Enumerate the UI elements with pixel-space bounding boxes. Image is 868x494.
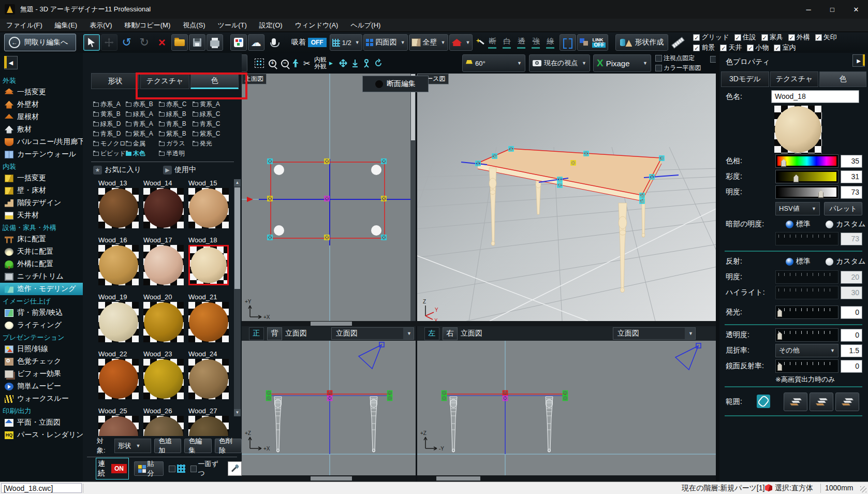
in-use-button[interactable]: ▶使用中 [163, 165, 196, 175]
range-scope-button-2[interactable] [810, 393, 833, 411]
panel-splitter[interactable] [716, 53, 719, 482]
checkbox-grid-paint[interactable] [169, 464, 185, 473]
swatch-wood-17[interactable]: Wood_17 [143, 236, 184, 286]
tab-color[interactable]: 色 [819, 71, 866, 87]
checkbox-fix-gaze-point[interactable]: 注視点固定 [655, 54, 701, 63]
side-elevation-canvas[interactable]: +Z -Y [417, 341, 719, 475]
tab-texture[interactable]: テクスチャ [770, 71, 818, 87]
hue-slider[interactable] [775, 154, 838, 168]
snap-toggle[interactable]: 吸着 OFF [289, 34, 329, 51]
category-glass[interactable]: ガラス [159, 139, 193, 149]
view-layout-dropdown[interactable]: 四面図 ▼ [363, 34, 408, 51]
category-monochrome[interactable]: モノクロ [93, 139, 126, 149]
menu-file[interactable]: ファイル(F) [6, 21, 42, 30]
sidebar-item-stairs-design[interactable]: 階段デザイン [0, 197, 83, 209]
pbd-export-button[interactable] [230, 34, 247, 51]
link-toggle-button[interactable]: LINK OFF [577, 34, 608, 51]
interior-exterior-toggle[interactable]: 内観外観 ▶ [311, 54, 336, 72]
checkbox-foreground[interactable]: ✓前景 [693, 43, 715, 52]
swatch-wood-26[interactable]: Wood_26 [143, 407, 184, 436]
swatch-wood-16[interactable]: Wood_16 [98, 236, 139, 286]
checkbox-color-plan[interactable]: カラー平面図 [655, 64, 701, 72]
brightness-slider[interactable] [775, 185, 838, 199]
refraction-dropdown[interactable]: その他▼ [775, 344, 838, 357]
menu-settings[interactable]: 設定(O) [259, 21, 283, 30]
swatch-wood-13[interactable]: Wood_13 [98, 179, 139, 229]
scrollbar-thumb[interactable] [234, 187, 240, 289]
elevation-type-dropdown[interactable]: 立面図 ▼ [331, 327, 414, 340]
sidebar-item-lighting[interactable]: ライティング [0, 319, 83, 331]
save-button[interactable] [189, 34, 205, 51]
sat-slider-thumb[interactable] [793, 175, 799, 182]
reflect-custom-radio[interactable]: カスタム [826, 257, 865, 266]
swatch-wood-19[interactable]: Wood_19 [98, 293, 139, 343]
open-file-button[interactable] [171, 34, 188, 51]
toggle-line[interactable]: 線 [544, 35, 556, 50]
close-button[interactable]: ✕ [844, 0, 868, 19]
swatch-wood-15[interactable]: Wood_15 [188, 179, 229, 229]
back-button[interactable]: 背 [267, 327, 282, 340]
sidebar-item-batch-change-int[interactable]: 一括変更 [0, 172, 83, 184]
back-to-floorplan-button[interactable]: ← 間取り編集へ [4, 34, 76, 51]
checkbox-grid[interactable]: ✓グリッド [693, 33, 729, 42]
dark-custom-radio[interactable]: カスタム [826, 220, 865, 229]
scroll-down-icon[interactable]: ▼ [234, 409, 241, 416]
swatch-wood-25[interactable]: Wood_25 [98, 407, 139, 436]
undo-button[interactable]: ↺ [119, 34, 135, 51]
h-scrollbar-thumb[interactable] [311, 322, 352, 326]
hue-slider-thumb[interactable] [781, 159, 786, 167]
saturation-slider[interactable] [775, 170, 838, 183]
hsv-mode-dropdown[interactable]: HSV値▼ [775, 202, 820, 215]
swatch-wood-18-selected[interactable]: Wood_18 [188, 236, 229, 286]
sidebar-item-niche-trim[interactable]: ニッチ/トリム [0, 270, 83, 283]
menu-viewpoint[interactable]: 視点(S) [183, 21, 205, 30]
select-tool-button[interactable] [83, 34, 100, 51]
tab-3d-model[interactable]: 3Dモデル [721, 71, 769, 87]
viewport-splitter-horizontal[interactable] [242, 321, 719, 326]
palette-button[interactable]: パレット [824, 202, 862, 215]
voice-button[interactable] [266, 34, 282, 51]
sidebar-item-modeling[interactable]: 造作・モデリング [0, 283, 83, 295]
category-red-c[interactable]: 赤系_C [159, 99, 193, 109]
eyedropper-button[interactable] [228, 461, 242, 476]
category-wood-selected[interactable]: 木色 [126, 149, 159, 158]
view-angle-dropdown[interactable]: 60° ▼ [462, 54, 525, 72]
print-button[interactable] [207, 34, 223, 51]
brightness-value[interactable]: 73 [841, 186, 862, 199]
swatch-wood-24[interactable]: Wood_24 [188, 350, 229, 400]
toggle-section-line[interactable]: 断 [486, 35, 498, 50]
sidebar-item-batch-change-ext[interactable]: 一括変更 [0, 86, 83, 98]
elevation-type-dropdown[interactable]: 立面図 ▼ [613, 327, 696, 340]
add-color-button[interactable]: 色追加 [154, 439, 181, 453]
sidebar-item-curtain-wall[interactable]: カーテンウォール [0, 148, 83, 161]
section-edit-button[interactable]: 断面編集 [362, 76, 429, 92]
sidebar-item-wall-floor[interactable]: 壁・床材 [0, 184, 83, 197]
checkbox-arrows[interactable]: ✓矢印 [815, 33, 837, 42]
sidebar-collapse-button[interactable]: ◀ [4, 56, 18, 69]
range-scope-button-3[interactable] [835, 393, 859, 411]
rotate-view-button[interactable] [371, 54, 386, 72]
category-red-a[interactable]: 赤系_A [93, 99, 126, 109]
continuous-toggle[interactable]: 連続 ON [96, 458, 129, 480]
checkbox-one-face[interactable]: 一面ずつ [190, 459, 223, 478]
swatch-wood-27[interactable]: Wood_27 [188, 407, 229, 436]
hue-value[interactable]: 35 [841, 155, 862, 168]
scroll-up-icon[interactable]: ▲ [234, 179, 241, 186]
sidebar-item-place-on-floor[interactable]: 床に配置 [0, 233, 83, 245]
category-blue-c[interactable]: 青系_C [193, 119, 235, 129]
sidebar-item-balcony[interactable]: バルコニー/共用廊下 [0, 136, 83, 148]
category-metal[interactable]: 金属 [126, 139, 159, 149]
grid-scale-dropdown[interactable]: 1/2 ▼ [330, 34, 362, 51]
edit-color-button[interactable]: 色編集 [184, 439, 211, 453]
resize-grip[interactable] [860, 486, 866, 492]
selection-frame-button[interactable] [560, 34, 576, 51]
swatch-scrollbar[interactable]: ▲ ▼ [234, 179, 241, 416]
category-red-b[interactable]: 赤系_B [126, 99, 159, 109]
transparency-value[interactable]: 0 [841, 329, 862, 342]
link-range-button[interactable] [757, 395, 770, 408]
top-view-canvas[interactable]: +Y +X [242, 74, 410, 321]
multi-move-tool-button[interactable] [101, 34, 117, 51]
sidebar-item-perspective-render[interactable]: HQパース・レンダリング [0, 429, 83, 441]
measure-button[interactable] [669, 34, 687, 51]
cloud-upload-button[interactable]: ☁ [248, 34, 264, 51]
